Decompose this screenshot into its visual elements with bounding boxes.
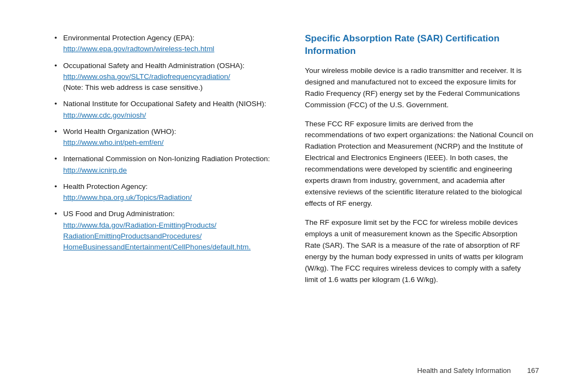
- list-item: Environmental Protection Agency (EPA): h…: [54, 33, 283, 55]
- org-name: US Food and Drug Administration:: [63, 209, 283, 219]
- hpa-link[interactable]: http://www.hpa.org.uk/Topics/Radiation/: [63, 192, 283, 203]
- footer: Health and Safety Information 167: [417, 366, 539, 375]
- section-title: Specific Absorption Rate (SAR) Certifica…: [305, 33, 534, 58]
- fda-link[interactable]: http://www.fda.gov/Radiation-EmittingPro…: [63, 220, 283, 253]
- list-item: National Institute for Occupational Safe…: [54, 99, 283, 121]
- org-name: Environmental Protection Agency (EPA):: [63, 33, 283, 44]
- list-item: US Food and Drug Administration: http://…: [54, 209, 283, 253]
- footer-page: 167: [527, 366, 539, 375]
- paragraph-2: These FCC RF exposure limits are derived…: [305, 119, 534, 210]
- list-item: Health Protection Agency: http://www.hpa…: [54, 181, 283, 204]
- bullet-list: Environmental Protection Agency (EPA): h…: [54, 33, 283, 253]
- list-item: World Health Organization (WHO): http://…: [54, 126, 283, 149]
- epa-link[interactable]: http://www.epa.gov/radtown/wireless-tech…: [63, 44, 283, 54]
- org-name: International Commission on Non-Ionizing…: [63, 154, 283, 164]
- icnirp-link[interactable]: http://www.icnirp.de: [63, 165, 283, 176]
- note-text: (Note: This web address is case sensitiv…: [63, 82, 283, 93]
- page-container: Environmental Protection Agency (EPA): h…: [49, 16, 539, 376]
- footer-label: Health and Safety Information: [417, 366, 511, 375]
- left-column: Environmental Protection Agency (EPA): h…: [54, 27, 283, 365]
- org-name: World Health Organization (WHO):: [63, 126, 283, 137]
- paragraph-3: The RF exposure limit set by the FCC for…: [305, 217, 534, 286]
- list-item: International Commission on Non-Ionizing…: [54, 154, 283, 176]
- niosh-link[interactable]: http://www.cdc.gov/niosh/: [63, 110, 283, 121]
- org-name: Occupational Safety and Health Administr…: [63, 60, 283, 71]
- list-item: Occupational Safety and Health Administr…: [54, 60, 283, 94]
- who-link[interactable]: http://www.who.int/peh-emf/en/: [63, 137, 283, 148]
- right-column: Specific Absorption Rate (SAR) Certifica…: [305, 27, 534, 365]
- org-name: Health Protection Agency:: [63, 181, 283, 192]
- osha-link[interactable]: http://www.osha.gov/SLTC/radiofrequencyr…: [63, 71, 283, 82]
- paragraph-1: Your wireless mobile device is a radio t…: [305, 65, 534, 111]
- org-name: National Institute for Occupational Safe…: [63, 99, 283, 109]
